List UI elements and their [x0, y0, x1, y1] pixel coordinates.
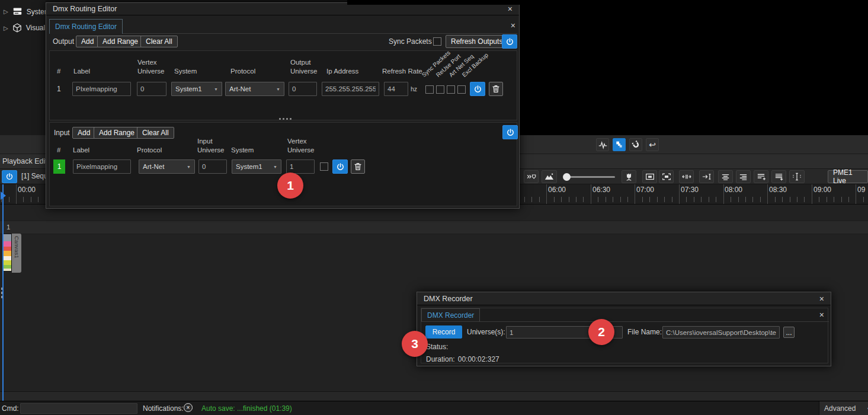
sync-packets-label: Sync Packets	[389, 37, 432, 46]
output-excl-backup-checkbox[interactable]	[457, 85, 466, 94]
cue-jump-button[interactable]	[524, 170, 539, 183]
output-row-delete-button[interactable]	[489, 82, 503, 96]
splitter-handle[interactable]	[279, 118, 292, 120]
slider-track	[565, 176, 615, 178]
ruler-tick	[782, 197, 783, 202]
ruler-label: 06:30	[592, 186, 610, 194]
ruler-tick	[834, 197, 834, 202]
align-right-button[interactable]	[736, 170, 751, 183]
select-value: System1	[236, 163, 262, 170]
output-artnet-seq-checkbox[interactable]	[447, 85, 455, 94]
dismiss-notification-icon[interactable]: ×	[184, 403, 193, 412]
timeline-clip[interactable]	[3, 234, 12, 272]
input-add-range-button[interactable]: Add Range	[94, 127, 140, 139]
file-name-input[interactable]	[662, 326, 780, 339]
ruler-tick	[554, 197, 555, 202]
expander-icon[interactable]: ▷	[4, 25, 8, 31]
output-protocol-select[interactable]: Art-Net▼	[225, 82, 284, 96]
output-refresh-rate-input[interactable]	[384, 82, 408, 96]
input-row-delete-button[interactable]	[351, 159, 365, 174]
output-ip-input[interactable]	[322, 82, 379, 96]
stretch-clips-button[interactable]	[679, 170, 694, 183]
timeline-hscroll[interactable]	[0, 391, 868, 401]
close-icon[interactable]: ×	[511, 21, 515, 30]
zoom-fit-button[interactable]	[622, 170, 636, 183]
cube-icon	[12, 23, 23, 33]
frame-selection-button[interactable]	[659, 170, 674, 183]
chevron-down-icon: ▼	[214, 87, 218, 91]
output-label-input[interactable]	[72, 82, 131, 96]
expander-icon[interactable]: ▷	[4, 8, 8, 15]
output-add-range-button[interactable]: Add Range	[97, 36, 143, 47]
output-row-power-button[interactable]	[470, 82, 485, 96]
tab-dmx-recorder[interactable]: DMX Recorder	[421, 308, 480, 321]
close-icon[interactable]: ×	[819, 295, 824, 303]
ruler-tick	[863, 197, 864, 202]
clip-segment	[4, 251, 11, 256]
output-system-select[interactable]: System1▼	[171, 82, 222, 96]
input-row-checkbox[interactable]	[320, 162, 328, 171]
tab-dmx-routing-editor[interactable]: Dmx Routing Editor	[49, 19, 123, 34]
add-track-button[interactable]	[754, 170, 768, 183]
undo-button[interactable]: ↩	[646, 138, 659, 151]
track-group-row[interactable]: 1	[0, 221, 868, 234]
output-sync-packets-checkbox[interactable]	[425, 85, 434, 94]
advanced-dropdown[interactable]: Advanced ▼	[824, 404, 868, 413]
tab-label: Dmx Routing Editor	[55, 23, 117, 31]
trash-icon	[491, 84, 501, 94]
playhead-marker[interactable]	[1, 191, 6, 200]
input-power-button[interactable]	[502, 125, 518, 139]
output-universe-input[interactable]	[289, 82, 317, 96]
output-clear-all-button[interactable]: Clear All	[140, 36, 178, 47]
routing-dialog-titlebar[interactable]: Dmx Routing Editor ×	[46, 3, 519, 15]
input-vertex-universe-input[interactable]	[286, 159, 315, 174]
output-power-button[interactable]	[502, 34, 517, 49]
close-icon[interactable]: ×	[508, 5, 513, 13]
tree-item-system[interactable]: ▷ Syster	[4, 6, 46, 17]
browse-button[interactable]: ...	[783, 327, 795, 338]
close-icon[interactable]: ×	[819, 311, 824, 319]
recorder-dialog-titlebar[interactable]: DMX Recorder ×	[417, 292, 831, 305]
cmd-input[interactable]	[20, 403, 137, 414]
refresh-outputs-button[interactable]: Refresh Outputs	[446, 35, 508, 48]
sync-packets-checkbox[interactable]	[433, 37, 441, 46]
output-add-button[interactable]: Add	[76, 36, 99, 47]
align-center-button[interactable]	[718, 170, 733, 183]
move-to-cursor-button[interactable]	[699, 170, 714, 183]
input-system-select[interactable]: System1▼	[232, 159, 281, 174]
input-add-button[interactable]: Add	[72, 127, 95, 139]
input-label-input[interactable]	[73, 159, 131, 174]
thumbnails-button[interactable]	[542, 170, 557, 183]
output-reuse-port-checkbox[interactable]	[436, 85, 444, 94]
snap-magnet-button[interactable]	[629, 138, 642, 151]
clip-name-tab[interactable]: Canvas1	[12, 234, 21, 273]
ruler-tick	[694, 197, 694, 202]
col-input-universe2: Universe	[197, 146, 224, 154]
output-vertex-universe-input[interactable]	[137, 82, 166, 96]
col-label: Label	[73, 146, 89, 154]
frame-view-button[interactable]	[642, 170, 657, 183]
range-select-button[interactable]	[789, 170, 805, 183]
ruler-tick	[23, 197, 24, 202]
sequence-power-button[interactable]	[2, 170, 17, 183]
input-protocol-select[interactable]: Art-Net▼	[139, 159, 195, 174]
recorder-dialog-title: DMX Recorder	[424, 295, 473, 303]
record-button[interactable]: Record	[425, 325, 462, 339]
live-mode-button[interactable]: PME1 Live	[828, 170, 868, 183]
input-row-power-button[interactable]	[332, 159, 348, 174]
advanced-panel: Advanced ▼	[819, 401, 868, 415]
tree-item-visualizer[interactable]: ▷ Visual	[4, 23, 45, 33]
playhead-line[interactable]	[2, 184, 4, 401]
slider-thumb[interactable]	[563, 173, 571, 181]
autosave-status: Auto save: ...finished (01:39)	[201, 404, 292, 413]
input-clear-all-button[interactable]: Clear All	[137, 127, 174, 139]
input-universe-input[interactable]	[198, 159, 227, 174]
annotation-number: 1	[287, 178, 294, 193]
timeline-zoom-slider[interactable]	[562, 170, 619, 183]
sequence-label[interactable]: [1] Sequ	[21, 172, 48, 180]
ruler-tick	[767, 184, 768, 205]
pulse-curve-button[interactable]	[596, 138, 609, 151]
step-mode-button[interactable]	[613, 138, 626, 151]
insert-track-button[interactable]	[771, 170, 786, 183]
cmd-label: Cmd:	[2, 404, 19, 413]
